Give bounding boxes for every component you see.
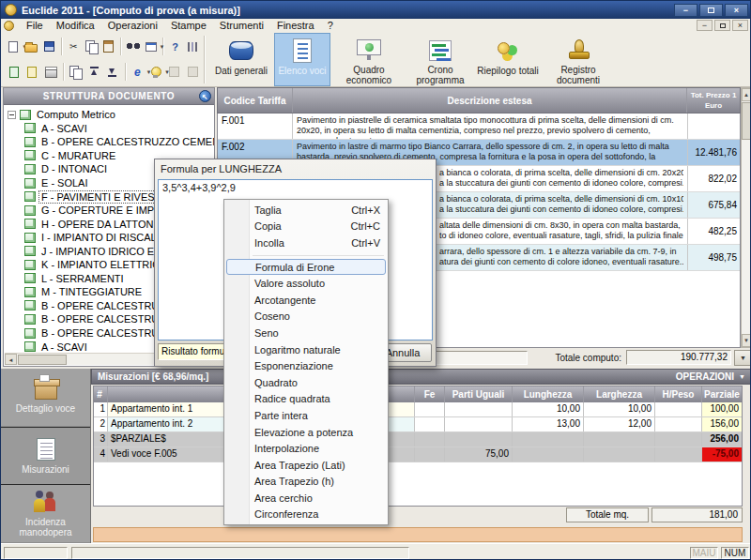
- cell-larghezza[interactable]: [584, 432, 655, 446]
- tree-item[interactable]: B - OPERE CALCESTRUZZO CEMENTIZI: [4, 135, 214, 149]
- col-parziale[interactable]: Parziale: [702, 386, 742, 402]
- column-header-descrizione[interactable]: Descrizione estesa: [293, 88, 687, 113]
- tab-incidenza-manodopera[interactable]: Incidenza manodopera: [1, 485, 90, 543]
- context-menu-item[interactable]: Quadrato: [224, 374, 388, 391]
- column-header-codice[interactable]: Codice Tariffa: [218, 88, 293, 113]
- context-menu-item[interactable]: Parte intera: [224, 407, 388, 424]
- column-header-prezzo[interactable]: Tot. Prezzo 1 Euro: [687, 88, 740, 113]
- tree-item[interactable]: A - SCAVI: [4, 122, 214, 136]
- context-menu-item[interactable]: Valore assoluto: [224, 275, 388, 292]
- cell-parti-uguali[interactable]: [445, 432, 513, 446]
- menu-item[interactable]: Operazioni: [101, 20, 164, 31]
- scrollbar-thumb[interactable]: [742, 102, 751, 140]
- cell-larghezza[interactable]: [584, 447, 655, 462]
- measurement-row[interactable]: 1 Appartamento int. 1 10,00 10,00 100,00: [94, 402, 742, 417]
- cell-lunghezza[interactable]: 13,00: [513, 417, 584, 431]
- copy-icon[interactable]: [83, 37, 100, 56]
- tree-root[interactable]: Computo Metrico: [4, 108, 214, 122]
- move-top-icon[interactable]: [84, 62, 103, 82]
- scroll-down-icon[interactable]: ▼: [742, 334, 751, 347]
- context-menu-item[interactable]: Esponenziazione: [224, 357, 388, 374]
- col-parti-uguali[interactable]: Parti Uguali: [445, 386, 513, 402]
- cell-lunghezza[interactable]: [513, 447, 584, 462]
- cell-fe[interactable]: [415, 432, 445, 446]
- registro-documenti-button[interactable]: Registro documenti: [543, 33, 614, 86]
- duplicate-pages-icon[interactable]: [67, 62, 85, 82]
- context-menu-item[interactable]: Radice quadrata: [224, 391, 388, 408]
- table-row[interactable]: F.001 Pavimento in piastrelle di ceramic…: [218, 114, 740, 140]
- elenco-voci-button[interactable]: Elenco voci: [274, 33, 330, 86]
- export-icon[interactable]: [23, 62, 42, 82]
- cut-icon[interactable]: ✂: [65, 37, 83, 56]
- print-icon[interactable]: [41, 62, 60, 82]
- mdi-minimize-button[interactable]: −: [697, 20, 713, 31]
- context-menu-item[interactable]: Coseno: [224, 309, 388, 325]
- tips-icon[interactable]: [146, 62, 165, 82]
- menu-item[interactable]: File: [20, 20, 50, 31]
- totale-dropdown-icon[interactable]: ▼: [734, 350, 751, 366]
- voci-vertical-scrollbar[interactable]: ▲ ▼: [741, 87, 751, 348]
- cell-lunghezza[interactable]: [513, 432, 584, 446]
- context-menu-item[interactable]: Logaritmo naturale: [224, 341, 388, 358]
- tab-dettaglio-voce[interactable]: Dettaglio voce: [1, 369, 90, 427]
- operazioni-button[interactable]: OPERAZIONI ▼: [676, 371, 745, 382]
- col-h-peso[interactable]: H/Peso: [655, 386, 702, 402]
- move-bottom-icon[interactable]: [103, 62, 122, 82]
- collapse-panel-icon[interactable]: ↖: [199, 90, 211, 102]
- scrollbar-thumb[interactable]: [18, 355, 67, 365]
- cell-fe[interactable]: [415, 402, 445, 416]
- menu-item[interactable]: Strumenti: [213, 20, 270, 31]
- col-number[interactable]: #: [94, 386, 108, 402]
- col-larghezza[interactable]: Larghezza: [584, 386, 655, 402]
- context-menu-item[interactable]: Formula di Erone: [226, 259, 386, 276]
- tab-misurazioni[interactable]: Misurazioni: [1, 427, 90, 485]
- import-icon[interactable]: [5, 62, 23, 82]
- cell-h-peso[interactable]: [655, 402, 702, 416]
- scroll-up-icon[interactable]: ▲: [742, 88, 751, 101]
- col-fe[interactable]: Fe: [415, 386, 445, 402]
- restore-button[interactable]: [699, 4, 723, 17]
- share-icon[interactable]: [142, 37, 160, 56]
- context-menu-item[interactable]: Interpolazione: [224, 440, 388, 457]
- help-icon[interactable]: ?: [166, 37, 184, 56]
- mdi-restore-button[interactable]: [714, 20, 730, 31]
- cell-larghezza[interactable]: 12,00: [584, 417, 655, 431]
- find-icon[interactable]: [124, 37, 142, 56]
- scroll-left-icon[interactable]: ◂: [5, 354, 17, 365]
- cell-parti-uguali[interactable]: [445, 417, 513, 431]
- cell-h-peso[interactable]: [655, 417, 702, 431]
- measurement-row[interactable]: 2 Appartamento int. 2 13,00 12,00 156,00: [94, 417, 742, 432]
- close-button[interactable]: ×: [725, 4, 748, 17]
- context-menu-item[interactable]: Incolla Ctrl+V: [224, 235, 388, 251]
- context-menu-item[interactable]: Copia Ctrl+C: [224, 219, 388, 235]
- context-menu-item[interactable]: Area Trapezio (Lati): [224, 457, 388, 474]
- minimize-button[interactable]: −: [674, 4, 697, 17]
- cell-parti-uguali[interactable]: 75,00: [445, 447, 513, 462]
- cell-larghezza[interactable]: 10,00: [584, 402, 655, 416]
- email-icon[interactable]: e: [129, 62, 147, 82]
- open-icon[interactable]: [23, 37, 40, 56]
- context-menu-item[interactable]: Area cerchio: [224, 490, 388, 507]
- columns-icon[interactable]: [184, 37, 202, 56]
- cell-h-peso[interactable]: [655, 432, 702, 446]
- crono-programma-button[interactable]: Crono programma: [407, 33, 473, 86]
- cell-parti-uguali[interactable]: [445, 402, 513, 416]
- context-menu-item[interactable]: Circonferenza: [224, 507, 388, 523]
- menu-item[interactable]: Finestra: [270, 20, 321, 31]
- cell-fe[interactable]: [415, 447, 445, 462]
- context-menu-item[interactable]: [224, 251, 388, 259]
- tree-expander-icon[interactable]: [8, 111, 16, 119]
- context-menu-item[interactable]: Taglia Ctrl+X: [224, 202, 388, 219]
- col-lunghezza[interactable]: Lunghezza: [513, 386, 584, 402]
- context-menu-item[interactable]: Arcotangente: [224, 292, 388, 309]
- cell-fe[interactable]: [415, 417, 445, 431]
- cell-lunghezza[interactable]: 10,00: [513, 402, 584, 416]
- quadro-economico-button[interactable]: Quadro economico: [333, 33, 405, 86]
- context-menu-item[interactable]: Seno: [224, 325, 388, 341]
- context-menu-item[interactable]: Elevazione a potenza: [224, 424, 388, 441]
- paste-icon[interactable]: [100, 37, 118, 56]
- measurement-row[interactable]: 3 $PARZIALE$ 256,00: [94, 432, 742, 447]
- cell-h-peso[interactable]: [655, 447, 702, 462]
- menu-item[interactable]: ?: [321, 20, 340, 31]
- new-document-icon[interactable]: [5, 37, 23, 56]
